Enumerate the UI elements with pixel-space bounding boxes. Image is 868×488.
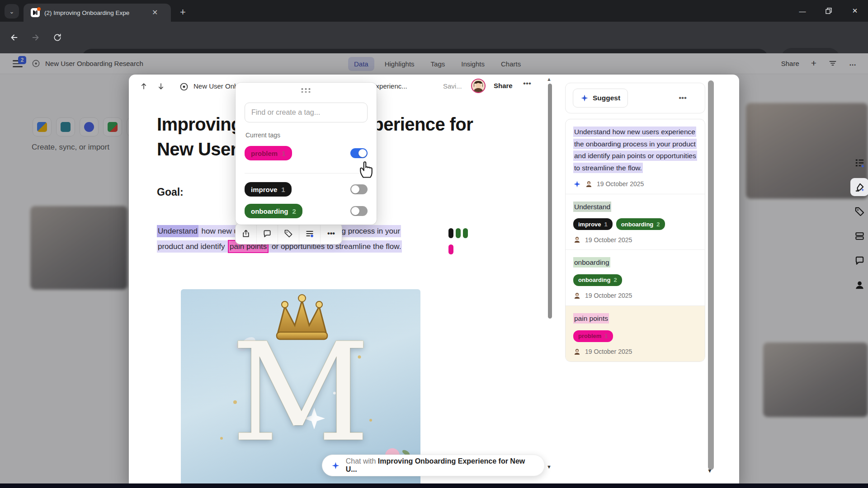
tag-problem: problem1 — [573, 330, 613, 342]
highlight-card-quote[interactable]: Understand how new users experience the … — [566, 119, 705, 194]
bottom-edge-strip — [0, 483, 868, 488]
more-highlight-icon[interactable]: ••• — [321, 223, 342, 244]
card-date: 19 October 2025 — [585, 292, 632, 299]
tag-row-onboarding[interactable]: onboarding2 — [245, 201, 368, 221]
highlight-understand[interactable]: Understand — [157, 225, 198, 237]
suggest-more-icon[interactable]: ••• — [679, 94, 687, 103]
card-date: 19 October 2025 — [585, 236, 632, 244]
drag-handle-icon[interactable] — [302, 88, 311, 93]
doc-title-line2: New Users — [157, 139, 247, 160]
dovetail-favicon — [31, 8, 40, 17]
highlight-indicators-line1[interactable] — [448, 228, 468, 238]
doc-target-icon — [179, 82, 189, 91]
chat-bar[interactable]: Chat with Improving Onboarding Experienc… — [322, 455, 545, 476]
tab-close-icon[interactable]: ✕ — [152, 9, 158, 16]
window-minimize-button[interactable]: — — [789, 0, 816, 22]
toggle-problem[interactable] — [350, 148, 368, 158]
doc-more-icon[interactable]: ••• — [523, 79, 531, 88]
next-doc-button[interactable] — [154, 80, 168, 93]
doc-scrollbar-thumb[interactable] — [548, 84, 552, 319]
tag-row-problem[interactable]: problem1 — [245, 143, 368, 163]
browser-tabstrip: ⌄ (2) Improving Onboarding Expe ✕ + — ✕ — [0, 0, 868, 22]
author-avatar-icon — [573, 236, 581, 244]
right-icon-rail — [850, 154, 868, 300]
doc-scroll-down-icon[interactable]: ▼ — [547, 464, 552, 469]
artwork-letter: M — [181, 325, 420, 461]
tag-highlight-icon[interactable] — [278, 223, 299, 244]
screen: ⌄ (2) Improving Onboarding Expe ✕ + — ✕ — [0, 0, 868, 488]
summary-sparkle-icon[interactable] — [850, 154, 868, 172]
tag-onboarding: onboarding2 — [573, 274, 622, 286]
toggle-onboarding[interactable] — [350, 206, 368, 216]
reload-button[interactable] — [50, 30, 65, 45]
toggle-improve[interactable] — [350, 184, 368, 194]
highlighter-icon[interactable] — [850, 178, 868, 196]
comment-icon[interactable] — [850, 251, 868, 269]
user-avatar[interactable] — [471, 79, 486, 93]
notification-dot — [37, 7, 41, 11]
tag-icon[interactable] — [850, 202, 868, 221]
suggest-button[interactable]: Suggest — [573, 89, 628, 108]
sidebar-scroll-down-icon[interactable]: ▼ — [707, 468, 712, 474]
ai-sparkle-icon — [573, 180, 581, 188]
new-tab-button[interactable]: + — [180, 6, 186, 18]
browser-toolbar: moodjoy-team-2h2v.dovetail.com/data/Impr… — [0, 22, 868, 53]
chat-prefix: Chat with — [346, 457, 378, 465]
tab-title: (2) Improving Onboarding Expe — [44, 9, 149, 16]
profile-icon[interactable] — [850, 276, 868, 294]
share-highlight-icon[interactable] — [236, 223, 257, 244]
doc-scroll-up-icon[interactable]: ▲ — [547, 76, 552, 82]
highlight-card-onboarding[interactable]: onboarding onboarding2 19 October 2025 — [566, 250, 705, 306]
author-avatar-icon — [573, 348, 581, 356]
tag-popover: Current tags problem1 improve1 onboardin… — [236, 83, 377, 225]
comment-highlight-icon[interactable] — [257, 223, 278, 244]
chat-sparkle-icon — [331, 461, 340, 470]
tab-search-button[interactable]: ⌄ — [5, 4, 19, 19]
suggest-card: Suggest ••• — [565, 83, 705, 113]
blocks-icon[interactable] — [850, 227, 868, 245]
window-restore-button[interactable] — [816, 0, 842, 22]
sparkle-icon — [580, 94, 589, 102]
doc-share-button[interactable]: Share — [494, 82, 513, 89]
tag-improve: improve1 — [573, 218, 613, 230]
highlight-indicators-line2[interactable] — [448, 244, 453, 254]
highlight-card-pain-points[interactable]: pain points problem1 19 October 2025 — [566, 306, 705, 361]
tag-onboarding: onboarding2 — [616, 218, 665, 230]
current-tags-label: Current tags — [245, 131, 280, 139]
highlight-card-understand[interactable]: Understand improve1 onboarding2 19 Octob… — [566, 194, 705, 250]
cursor-hand-icon — [359, 160, 375, 178]
document-modal: New User Onboarding Research/Improving O… — [129, 75, 739, 488]
tag-row-improve[interactable]: improve1 — [245, 179, 368, 199]
goal-heading: Goal: — [157, 186, 184, 198]
tag-search-input[interactable] — [245, 103, 368, 122]
forward-button[interactable] — [28, 30, 43, 45]
selection-toolbar: ••• — [236, 223, 342, 244]
window-close-button[interactable]: ✕ — [842, 0, 868, 22]
author-avatar-icon — [585, 180, 593, 188]
prev-doc-button[interactable] — [137, 80, 151, 93]
card-date: 19 October 2025 — [597, 180, 644, 188]
card-date: 19 October 2025 — [585, 348, 632, 355]
sidebar-scrollbar-thumb[interactable] — [708, 80, 714, 470]
highlight-cards: Understand how new users experience the … — [565, 119, 705, 362]
author-avatar-icon — [573, 292, 581, 300]
saving-status: Savi... — [443, 82, 462, 90]
insight-highlight-icon[interactable] — [299, 223, 321, 244]
back-button[interactable] — [6, 30, 22, 45]
browser-tab[interactable]: (2) Improving Onboarding Expe ✕ — [24, 4, 171, 22]
